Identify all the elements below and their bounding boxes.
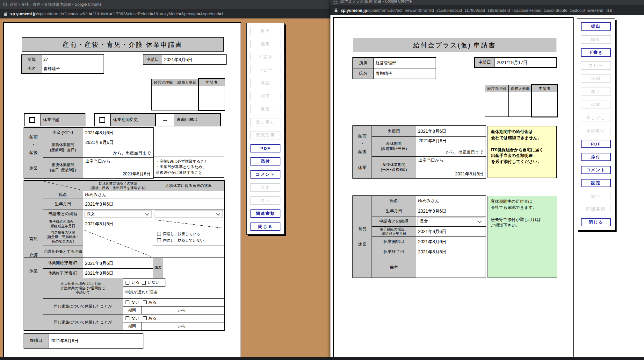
history2-period-value[interactable]: から bbox=[141, 322, 224, 330]
name-label: 氏名 bbox=[353, 68, 374, 79]
prenatal-period-value: 2021年8月6日 から、出産当日まで bbox=[83, 138, 153, 158]
comment-button[interactable]: コメント bbox=[250, 170, 280, 179]
leave-apply-checkbox[interactable] bbox=[29, 117, 35, 123]
settings-button[interactable]: 設定 bbox=[581, 179, 611, 187]
remarks-cell[interactable] bbox=[416, 257, 486, 278]
relation-label: 申請者との続柄 bbox=[43, 209, 83, 219]
dept-label: 所属 bbox=[22, 55, 41, 64]
pdf-button[interactable]: PDF bbox=[581, 140, 611, 148]
prenatal-period-value[interactable]: 2021年8月6日 から、出産当日まで bbox=[416, 136, 486, 157]
family-status-header: 介護休業に係る家族の状況 bbox=[153, 180, 224, 191]
apply-date-value[interactable]: 2021年8月17日 bbox=[495, 58, 557, 67]
history2-no-checkbox[interactable] bbox=[126, 316, 129, 320]
history1-no-label: ない bbox=[131, 300, 140, 305]
history2-yes-checkbox[interactable] bbox=[143, 316, 147, 320]
submit-button: 提出 bbox=[250, 27, 280, 35]
history1-period-value[interactable]: から bbox=[141, 306, 224, 314]
child-birth-label: 生年月日 bbox=[43, 199, 83, 209]
period-change-checkbox[interactable] bbox=[99, 117, 105, 123]
history1-period-label: 期間 bbox=[123, 306, 141, 314]
submit-button[interactable]: 提出 bbox=[581, 22, 611, 31]
next-button: 次へ bbox=[250, 196, 280, 205]
return-date-label: 復職日 bbox=[24, 333, 48, 348]
postnatal-period-value: 出産当日から、 2021年8月6日 bbox=[83, 157, 153, 178]
return-date-value: 2021年8月6日 bbox=[48, 333, 143, 348]
leave-end-value[interactable]: 2021年8月6日 bbox=[83, 268, 153, 278]
maternity-section-label: 産前 ・ 産後 休業 bbox=[24, 127, 43, 178]
family-relation-cell bbox=[153, 209, 224, 219]
chevron-down-icon bbox=[145, 212, 149, 216]
related-documents-button[interactable]: 関連書類 bbox=[250, 209, 280, 218]
cohabit-label: 同居扶養の状況 (祖父母・兄弟姉妹・ 孫の場合のみ) bbox=[43, 229, 83, 245]
relation-cell: 長女 bbox=[83, 209, 153, 219]
relation-cell: 長女 bbox=[416, 216, 486, 227]
bottom-strip bbox=[0, 357, 644, 360]
draft-button[interactable]: 下書き bbox=[581, 48, 611, 57]
leave-start-value[interactable]: 2021年8月6日 bbox=[83, 258, 153, 269]
cohabit-slash-cell bbox=[83, 229, 153, 258]
arrow-right-icon: → bbox=[156, 114, 174, 126]
apply-date-label: 申請日 bbox=[474, 58, 495, 67]
left-url-text: xp.yumemi.jp/xpoint/form.do?act=view&fid… bbox=[10, 11, 224, 16]
leave-end-value[interactable]: 2021年8月6日 bbox=[416, 247, 486, 257]
comment-button[interactable]: コメント bbox=[581, 166, 611, 174]
pdf-button[interactable]: PDF bbox=[250, 144, 280, 152]
remarks-cell[interactable] bbox=[163, 258, 224, 278]
history2-period-label: 期間 bbox=[123, 322, 141, 330]
history2-yes-label: ある bbox=[148, 316, 157, 321]
history2-no-label: ない bbox=[131, 316, 140, 321]
care-section-label: 育児 ・ 介護 休業 bbox=[24, 180, 43, 330]
cohabit-yes-checkbox[interactable] bbox=[157, 232, 161, 236]
family-relation-select[interactable] bbox=[155, 210, 223, 218]
edit-button: 編集 bbox=[581, 35, 611, 44]
cohabit-no-checkbox[interactable] bbox=[157, 238, 161, 242]
chevron-down-icon bbox=[478, 219, 482, 223]
history1-yes-checkbox[interactable] bbox=[143, 300, 147, 304]
close-button[interactable]: 閉じる bbox=[250, 222, 280, 231]
approve-button: 承認 bbox=[250, 79, 280, 87]
left-chrome-window: 産前・産後・育児・介護休業申請書 - Google Chrome xp.yume… bbox=[0, 0, 330, 360]
prenatal-suffix: から、出産当日まで bbox=[446, 150, 483, 155]
attach-button[interactable]: 添付 bbox=[581, 153, 611, 161]
prenatal-from-date: 2021年8月6日 bbox=[418, 138, 447, 144]
right-chrome-window: 給付金プラス(仮)申請書 - Google Chrome xp.yumemi.j… bbox=[330, 0, 644, 360]
dept-value[interactable]: 経営管理部 bbox=[373, 58, 436, 68]
child-name-value[interactable]: ゆめみさん bbox=[416, 196, 486, 206]
remarks-label: 備考 bbox=[372, 257, 416, 278]
cohabit-option-1: 同居し、扶養している bbox=[157, 232, 200, 236]
postnatal-prefix: 出産当日から、 bbox=[418, 158, 448, 163]
child-name-label: 氏名 bbox=[43, 191, 83, 199]
postnatal-period-value[interactable]: 出産当日から、 2021年8月6日 bbox=[416, 156, 486, 178]
adoption-value[interactable]: 2021年8月6日 bbox=[416, 226, 486, 237]
reject-button: 却下 bbox=[250, 92, 280, 100]
leave-start-value[interactable]: 2021年8月6日 bbox=[416, 236, 486, 247]
lock-icon bbox=[4, 12, 7, 16]
relation-select[interactable]: 長女 bbox=[84, 210, 152, 218]
child-birth-value[interactable]: 2021年8月6日 bbox=[416, 206, 486, 216]
leave-start-label: 休業開始日 bbox=[372, 236, 416, 247]
left-url-bar[interactable]: xp.yumemi.jp/xpoint/form.do?act=view&fid… bbox=[0, 9, 330, 18]
history1-no-checkbox[interactable] bbox=[126, 300, 129, 304]
adoption-label: 養子縁組の場合、 縁組成立年月日 bbox=[372, 226, 416, 237]
approval-stamp-cell bbox=[532, 92, 557, 117]
close-button[interactable]: 閉じる bbox=[581, 218, 611, 226]
postnatal-prefix: 出産当日から、 bbox=[85, 159, 115, 164]
approval-stamp-cell bbox=[151, 86, 175, 110]
related-documents-button: 関連書類 bbox=[581, 205, 611, 213]
advance-yes-checkbox[interactable] bbox=[126, 281, 129, 285]
right-window-titlebar[interactable]: 給付金プラス(仮)申請書 - Google Chrome bbox=[330, 0, 644, 5]
relation-select[interactable]: 長女 bbox=[417, 217, 484, 225]
right-url-bar[interactable]: xp.yumemi.jp/xpoint/form.do?act=newEnt&f… bbox=[330, 5, 644, 15]
prenatal-suffix: から、出産当日まで bbox=[113, 151, 151, 156]
approval-recall-button: 承認取戻 bbox=[581, 127, 611, 135]
attach-button[interactable]: 添付 bbox=[250, 157, 280, 166]
birth-date-value[interactable]: 2021年8月6日 bbox=[416, 126, 486, 137]
advance-no-checkbox[interactable] bbox=[142, 281, 146, 285]
leave-end-label: 休業終了日 bbox=[372, 247, 416, 257]
copy-button: コピー bbox=[581, 61, 611, 70]
name-value[interactable]: 青柳晴子 bbox=[373, 68, 436, 79]
relation-selected-value: 長女 bbox=[420, 219, 428, 224]
hold-button: 保留 bbox=[581, 101, 611, 109]
left-window-titlebar[interactable]: 産前・産後・育児・介護休業申請書 - Google Chrome bbox=[0, 0, 330, 9]
family-adoption-cell bbox=[153, 219, 224, 229]
